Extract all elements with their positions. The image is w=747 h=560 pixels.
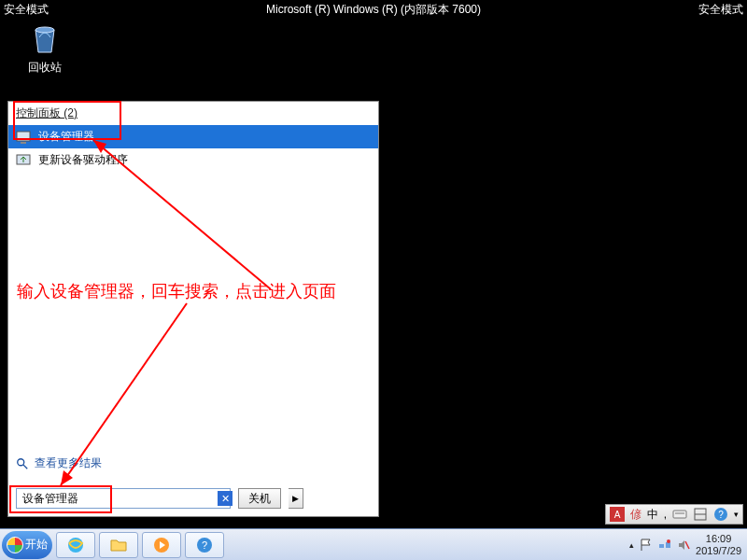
ime-indicator: 偐 — [630, 507, 641, 523]
see-more-label: 查看更多结果 — [35, 455, 102, 471]
svg-line-26 — [685, 541, 689, 549]
taskbar-media-player[interactable] — [142, 532, 181, 558]
svg-rect-23 — [659, 544, 664, 548]
taskbar-ie[interactable] — [56, 532, 95, 558]
flag-icon[interactable] — [640, 539, 653, 552]
results-group-header: 控制面板 (2) — [8, 102, 378, 125]
clock-time: 16:09 — [696, 533, 741, 545]
driver-update-icon — [16, 153, 31, 168]
svg-text:?: ? — [718, 510, 724, 520]
safe-mode-label-tr: 安全模式 — [698, 2, 743, 18]
svg-rect-2 — [21, 142, 26, 144]
system-tray: ▴ 16:09 2019/7/29 — [624, 533, 747, 557]
folder-icon — [109, 536, 128, 554]
result-label: 更新设备驱动程序 — [38, 152, 128, 168]
ime-lang: 中 — [647, 507, 658, 523]
start-search-input[interactable] — [16, 488, 231, 509]
wmp-icon — [152, 536, 171, 554]
clock-date: 2019/7/29 — [696, 545, 741, 557]
help-icon: ? — [195, 536, 214, 554]
see-more-results[interactable]: 查看更多结果 — [16, 455, 102, 471]
taskbar: 开始 ? ▴ 16:09 2019/7/29 — [0, 528, 747, 560]
network-icon[interactable] — [658, 539, 671, 552]
svg-text:?: ? — [202, 539, 207, 551]
start-button[interactable]: 开始 — [2, 531, 52, 559]
svg-rect-1 — [17, 132, 30, 141]
svg-line-5 — [23, 464, 27, 468]
start-label: 开始 — [25, 537, 48, 553]
windows-orb-icon — [7, 537, 23, 553]
ime-sep: , — [664, 508, 667, 521]
ime-pad-icon — [693, 507, 708, 522]
taskbar-help[interactable]: ? — [185, 532, 224, 558]
recycle-bin-icon — [26, 19, 63, 56]
desktop: 安全模式 安全模式 Microsoft (R) Windows (R) (内部版… — [0, 0, 747, 560]
result-update-drivers[interactable]: 更新设备驱动程序 — [8, 148, 378, 172]
ime-options-caret[interactable]: ▾ — [734, 510, 739, 519]
clear-search-icon[interactable]: ✕ — [218, 491, 233, 506]
os-build-title: Microsoft (R) Windows (R) (内部版本 7600) — [266, 2, 481, 18]
recycle-bin[interactable]: 回收站 — [19, 19, 71, 76]
ime-keyboard-icon — [672, 507, 687, 522]
taskbar-explorer[interactable] — [99, 532, 138, 558]
svg-rect-12 — [673, 511, 686, 518]
ie-icon — [66, 536, 85, 554]
device-manager-icon — [16, 130, 31, 145]
svg-text:A: A — [613, 510, 620, 520]
safe-mode-label-tl: 安全模式 — [4, 2, 49, 18]
result-device-manager[interactable]: 设备管理器 — [8, 125, 378, 148]
tray-show-hidden[interactable]: ▴ — [629, 540, 634, 550]
ime-icon: A — [610, 507, 625, 522]
taskbar-clock[interactable]: 16:09 2019/7/29 — [696, 533, 741, 557]
annotation-text: 输入设备管理器，回车搜索，点击进入页面 — [17, 280, 336, 302]
ime-help-icon[interactable]: ? — [713, 507, 728, 522]
svg-point-0 — [35, 27, 54, 33]
volume-icon[interactable] — [677, 539, 690, 552]
shutdown-options-arrow[interactable]: ▶ — [289, 488, 303, 509]
svg-point-25 — [667, 539, 670, 543]
ime-language-bar[interactable]: A 偐 中 , ? ▾ — [605, 504, 743, 525]
svg-point-4 — [18, 458, 24, 465]
search-icon — [16, 457, 29, 470]
shutdown-button[interactable]: 关机 — [238, 488, 281, 509]
start-menu-search-panel: 控制面板 (2) 设备管理器 更新设备驱动程序 查看更多结果 ✕ 关机 ▶ — [7, 101, 379, 517]
result-label: 设备管理器 — [38, 129, 94, 145]
recycle-bin-label: 回收站 — [19, 60, 71, 76]
start-search-row: ✕ 关机 ▶ — [16, 488, 371, 509]
